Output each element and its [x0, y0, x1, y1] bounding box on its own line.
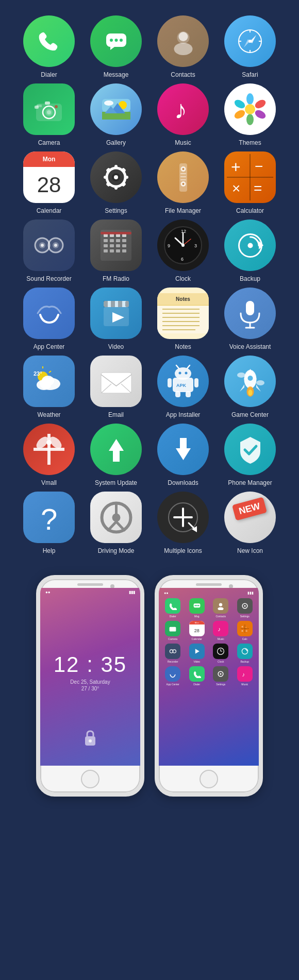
lock-date: Dec 25, Saturday [54, 679, 127, 685]
app-contacts[interactable]: Contacts [152, 15, 214, 78]
svg-point-155 [196, 605, 197, 606]
svg-point-160 [244, 605, 245, 606]
home-button2[interactable] [200, 770, 218, 788]
vmall-icon[interactable] [23, 424, 75, 475]
appcenter-icon[interactable] [23, 288, 75, 339]
app-email[interactable]: Email [85, 356, 147, 418]
drivingmode-svg [97, 498, 136, 537]
voice-icon[interactable] [224, 288, 276, 339]
app-systemupdate[interactable]: System Update [85, 424, 147, 486]
drivingmode-label: Driving Mode [98, 547, 135, 554]
app-help[interactable]: ? Help [18, 492, 80, 554]
app-clock[interactable]: 12 3 6 9 Clock [152, 219, 214, 282]
svg-line-146 [116, 521, 124, 530]
notes-icon[interactable]: Notes [157, 288, 209, 339]
multipleicons-icon[interactable] [157, 492, 209, 543]
app-dialer[interactable]: Dialer [18, 15, 80, 78]
app-phonemanager[interactable]: Phone Manager [219, 424, 281, 486]
mini-settings: Settings [234, 598, 256, 618]
settings-icon[interactable] [90, 151, 142, 203]
homescreen-grid4: App Center Dialer Settings [161, 665, 257, 687]
contacts-icon[interactable] [157, 15, 209, 67]
gamecenter-icon[interactable] [224, 356, 276, 407]
app-calculator[interactable]: + − × = Calculator [219, 151, 281, 214]
svg-rect-100 [104, 301, 108, 307]
clock-icon[interactable]: 12 3 6 9 [157, 219, 209, 271]
filemanager-icon[interactable] [157, 151, 209, 203]
app-filemanager[interactable]: File Manager [152, 151, 214, 214]
soundrecorder-icon[interactable] [23, 219, 75, 271]
gallery-icon[interactable] [90, 83, 142, 135]
app-camera[interactable]: Camera [18, 83, 80, 146]
lockscreen-bg: ●● ▮▮▮ 12 : 35 Dec 25, Saturday 27 / 30° [40, 588, 140, 766]
app-downloads[interactable]: Downloads [152, 424, 214, 486]
app-themes[interactable]: Themes [219, 83, 281, 146]
app-multipleicons[interactable]: Multiple Icons [152, 492, 214, 554]
calculator-icon[interactable]: + − × = [224, 151, 276, 203]
camera-icon[interactable] [23, 83, 75, 135]
svg-point-3 [120, 39, 123, 42]
email-icon[interactable] [90, 356, 142, 407]
svg-rect-54 [180, 179, 186, 180]
phonemanager-svg [234, 433, 267, 466]
dialer-icon[interactable] [23, 15, 75, 67]
lockscreen-phone: ●● ▮▮▮ 12 : 35 Dec 25, Saturday 27 / 30° [36, 575, 144, 797]
app-calendar[interactable]: Mon 28 Calendar [18, 151, 80, 214]
app-gamecenter[interactable]: Game Center [219, 356, 281, 418]
systemupdate-icon[interactable] [90, 424, 142, 475]
svg-rect-82 [104, 249, 108, 252]
app-vmall[interactable]: Vmall [18, 424, 80, 486]
phonemanager-icon[interactable] [224, 424, 276, 475]
settings-svg [101, 162, 131, 193]
signal-icon: ●● [45, 590, 51, 595]
gamecenter-svg [234, 365, 267, 398]
app-drivingmode[interactable]: Driving Mode [85, 492, 147, 554]
app-fmradio[interactable]: FM Radio [85, 219, 147, 282]
mini-settings2: Settings [210, 666, 232, 686]
app-newicon[interactable]: NEW New Icon [219, 492, 281, 554]
app-voice[interactable]: Voice Assistant [219, 288, 281, 350]
downloads-icon[interactable] [157, 424, 209, 475]
appinstaller-svg: APK [165, 362, 201, 401]
appinstaller-icon[interactable]: APK [157, 356, 209, 407]
systemupdate-svg [99, 433, 133, 466]
app-safari[interactable]: Safari [219, 15, 281, 78]
app-message[interactable]: Message [85, 15, 147, 78]
svg-marker-13 [250, 35, 256, 43]
svg-text:6: 6 [181, 257, 184, 262]
app-appcenter[interactable]: App Center [18, 288, 80, 350]
email-label: Email [108, 411, 124, 418]
svg-point-129 [247, 376, 253, 381]
newicon-icon[interactable]: NEW [224, 492, 276, 543]
app-soundrecorder[interactable]: Sound Recorder [18, 219, 80, 282]
contacts-svg [169, 27, 197, 56]
backup-icon[interactable] [224, 219, 276, 271]
app-appinstaller[interactable]: APK App Installer [152, 356, 214, 418]
app-video[interactable]: Video [85, 288, 147, 350]
svg-rect-116 [101, 373, 131, 393]
video-icon[interactable] [90, 288, 142, 339]
fmradio-icon[interactable] [90, 219, 142, 271]
message-icon[interactable] [90, 15, 142, 67]
app-backup[interactable]: Backup [219, 219, 281, 282]
app-music[interactable]: ♪ Music [152, 83, 214, 146]
app-grid-row6: 23° Weather Email [18, 356, 281, 418]
app-notes[interactable]: Notes Notes [152, 288, 214, 350]
calendar-icon[interactable]: Mon 28 [23, 151, 75, 203]
svg-text:×: × [241, 629, 243, 633]
weather-icon[interactable]: 23° [23, 356, 75, 407]
app-settings[interactable]: Settings [85, 151, 147, 214]
help-icon[interactable]: ? [23, 492, 75, 543]
app-gallery[interactable]: Gallery [85, 83, 147, 146]
drivingmode-icon[interactable] [90, 492, 142, 543]
voice-label: Voice Assistant [229, 343, 271, 350]
svg-point-37 [245, 104, 255, 114]
themes-icon[interactable] [224, 83, 276, 135]
music-svg: ♪ [169, 94, 197, 125]
safari-icon[interactable] [224, 15, 276, 67]
music-icon[interactable]: ♪ [157, 83, 209, 135]
app-weather[interactable]: 23° Weather [18, 356, 80, 418]
svg-rect-52 [180, 173, 186, 174]
mini-dialer: Dialer [162, 598, 184, 618]
home-button[interactable] [81, 770, 99, 788]
